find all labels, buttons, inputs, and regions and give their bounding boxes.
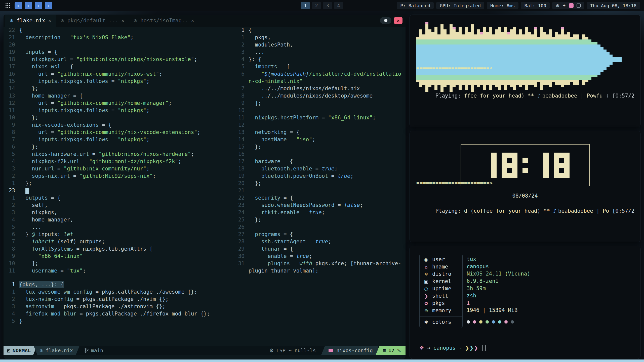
code-token: plugin thunar-volman]; [249, 268, 318, 274]
code-token: ; [197, 129, 200, 135]
prompt-host: canopus [433, 345, 456, 351]
code-token: = [312, 166, 322, 172]
code-token: sudo.wheelNeedsPassword [249, 202, 334, 208]
code-text: nur.url = "github:nix-community/nur"; [19, 165, 149, 172]
code-text: astronvim = pkgs.callPackage ./astronvim… [19, 303, 166, 310]
code-token: = [79, 158, 89, 164]
code-token: = [108, 137, 118, 143]
recorder-icon[interactable] [569, 3, 574, 8]
code-text: forAllSystems = nixpkgs.lib.genAttrs [ [19, 245, 153, 253]
code-line: 18 nixpkgs.url = "github:nixos/nixpkgs/n… [4, 56, 234, 63]
code-line: 1 tux-awesome-wm-config = pkgs.callPacka… [4, 288, 406, 296]
tab-flake.nix[interactable]: ❄flake.nix× [5, 15, 56, 27]
code-token: true [315, 239, 328, 245]
code-text: ../../modules/nixos/desktop/awesome [249, 92, 373, 100]
chevron-icon: ❯ [465, 345, 469, 351]
fetch-row-hname: ⌂hname [420, 263, 462, 270]
separator-icon: ❭ [606, 93, 612, 99]
line-number: 21 [236, 187, 249, 194]
code-token: astronvim [19, 303, 54, 309]
workspace-4[interactable]: 4 [334, 2, 343, 9]
app-launcher-button[interactable] [4, 2, 12, 9]
code-token: "github:nix-community/home-manager" [57, 100, 169, 106]
toggle-button[interactable] [380, 17, 391, 24]
apps-grid-icon [5, 3, 10, 8]
nix-icon: ❄ [39, 348, 43, 353]
line-number: 1 [4, 180, 19, 187]
editor-pane-flake[interactable]: 22{21 description = "tux's NixOS Flake";… [4, 27, 234, 281]
code-token: ; [159, 71, 162, 77]
line-number: 5 [4, 223, 19, 231]
code-token: }: { [249, 56, 261, 62]
code-text: }; [19, 85, 38, 92]
shell-prompt[interactable]: ❖ → canopus ~ ❯❯❯ [419, 345, 486, 351]
code-line: 11 inputs.nixpkgs.follows = "nixpkgs"; [4, 107, 234, 114]
code-token: }; [19, 180, 32, 186]
palette-icon: ✱ [423, 319, 429, 326]
code-line: 4 nixpkgs-f2k.url = "github:moni-dz/nixp… [4, 158, 234, 165]
line-number: 1 [236, 34, 249, 41]
tab-pkgs/default ...[interactable]: ❄pkgs/default ...× [56, 15, 129, 27]
code-token: ; [191, 151, 194, 157]
code-line: 3 nur.url = "github:nix-community/nur"; [4, 165, 234, 172]
code-token: } [19, 231, 32, 237]
code-line: 13 home-manager = { [4, 92, 234, 100]
line-number: 8 [4, 129, 19, 136]
tab-close-icon[interactable]: × [191, 18, 194, 24]
tab-close-icon[interactable]: × [48, 18, 51, 24]
globe-icon[interactable]: ⊕ [556, 3, 559, 8]
code-line: 1 outputs = { [4, 194, 234, 202]
code-text: tux-nvim-config = pkgs.callPackage ./nvi… [19, 296, 169, 303]
code-token: "nixpkgs" [118, 107, 146, 113]
chevron-icon: ❯ [469, 345, 474, 351]
tab-close-icon[interactable]: × [121, 18, 124, 24]
editor-pane-iso[interactable]: 1{1 pkgs,2 modulesPath,3 ...4}: {5 impor… [236, 27, 406, 281]
close-button[interactable]: × [394, 17, 403, 24]
now-playing-1: =======================> Playing: ffee f… [416, 52, 634, 120]
fetch-row-memory: ⊕memory [420, 307, 462, 314]
fetch-row-kernel: ▣kernel [420, 278, 462, 285]
wallpaper-strip [0, 359, 644, 362]
code-line: 19 inputs = { [4, 49, 234, 56]
code-text: ]; [249, 100, 261, 107]
tray-app-icon[interactable]: ▫ [35, 2, 42, 9]
code-line: 15 }; [236, 143, 406, 151]
workspace-1[interactable]: 1 [301, 2, 310, 9]
code-token: "github:Mic92/sops-nix" [79, 173, 153, 179]
line-number: 13 [236, 129, 249, 136]
uptime-icon: ◷ [423, 285, 429, 292]
line-number: 2 [4, 172, 19, 180]
code-token: "x86_64-linux" [19, 253, 83, 259]
tray-app-icon[interactable]: ▫ [15, 2, 22, 9]
workspace-2[interactable]: 2 [312, 2, 321, 9]
code-text: ]; [19, 260, 38, 267]
workspace-3[interactable]: 3 [323, 2, 332, 9]
editor-pane-pkgs[interactable]: 1{pkgs, ...}: {1 tux-awesome-wm-config =… [4, 281, 406, 346]
shield-icon[interactable]: ✦ [562, 3, 566, 8]
tray-app-icon[interactable]: ▫ [45, 2, 52, 9]
code-text: plugins = with pkgs.xfce; [thunar-archiv… [249, 260, 401, 267]
code-line: 2 tux-nvim-config = pkgs.callPackage ./n… [4, 296, 406, 303]
tab-hosts/isoImag..[interactable]: ❄hosts/isoImag..× [129, 15, 199, 27]
screenshot-icon[interactable] [577, 4, 581, 8]
line-number: 2 [4, 296, 19, 303]
code-line: 7 ../../modules/nixos/default.nix [236, 85, 406, 92]
code-token: nixpkgs.hostPlatform [249, 115, 318, 121]
code-token: = pkgs.callPackage ./awesome {}; [92, 289, 197, 295]
code-token: }; [249, 180, 261, 186]
code-token: = { [99, 122, 111, 128]
code-text: ... [249, 49, 264, 56]
code-token: n-cd-minimal.nix" [249, 78, 303, 84]
line-number: 27 [236, 231, 249, 238]
line-number: 21 [4, 34, 19, 41]
code-token: = { [280, 195, 293, 201]
line-number: 3 [4, 303, 19, 310]
color-dot [467, 320, 470, 324]
code-token: = [48, 100, 57, 106]
fetch-value: tux [467, 256, 530, 263]
color-dot [492, 320, 495, 324]
workspace-list: 1234 [301, 2, 343, 9]
code-text: ... [19, 223, 42, 231]
tray-app-icon[interactable]: ▫ [25, 2, 32, 9]
code-line: 1{ [236, 27, 406, 34]
